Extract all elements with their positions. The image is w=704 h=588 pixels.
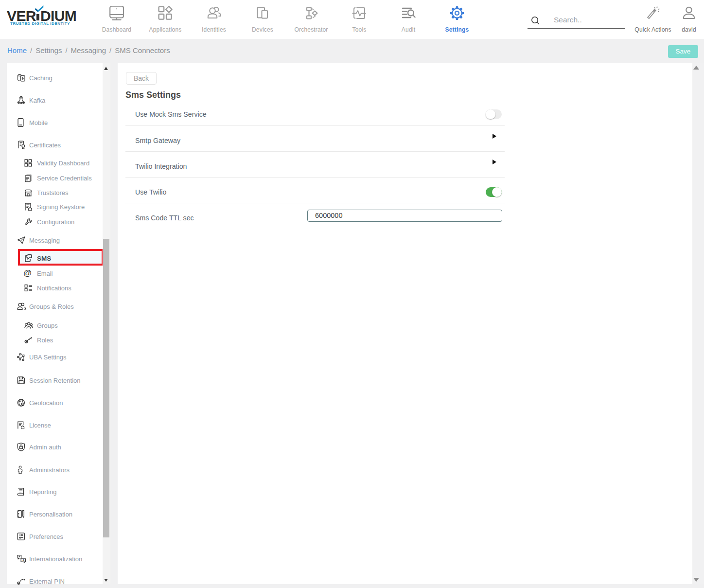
svg-text:A: A (22, 559, 24, 562)
